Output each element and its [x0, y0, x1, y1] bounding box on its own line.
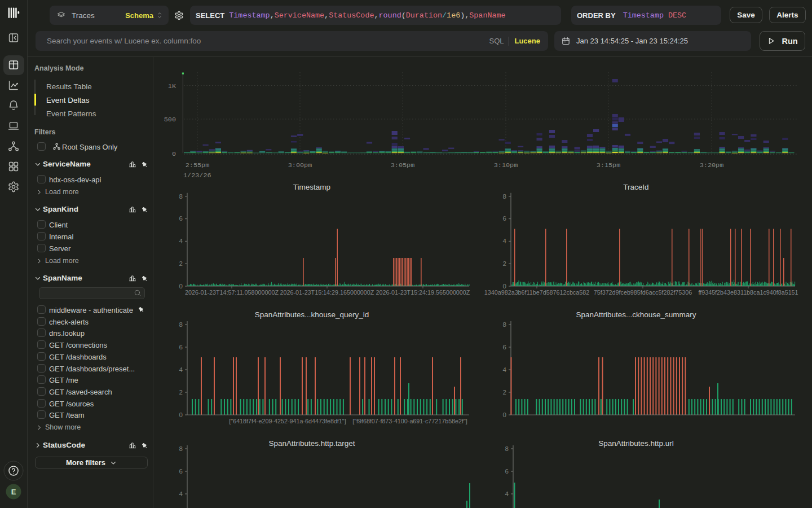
svg-text:0: 0 — [503, 283, 506, 290]
svg-text:2: 2 — [503, 260, 506, 267]
svg-text:6: 6 — [179, 344, 183, 351]
svg-text:1/23/26: 1/23/26 — [183, 172, 211, 179]
svg-text:75f372d9fceb985fd6acc5f282f753: 75f372d9fceb985fd6acc5f282f75306 — [594, 289, 692, 296]
svg-text:2:55pm: 2:55pm — [186, 161, 209, 169]
svg-text:4: 4 — [503, 238, 507, 244]
svg-text:6: 6 — [179, 215, 183, 222]
svg-text:3:00pm: 3:00pm — [288, 161, 312, 169]
svg-text:2026-01-23T15:14:29.165000000Z: 2026-01-23T15:14:29.165000000Z — [280, 289, 374, 296]
svg-text:4: 4 — [505, 491, 509, 497]
svg-text:2026-01-23T14:57:11.058000000Z: 2026-01-23T14:57:11.058000000Z — [185, 289, 279, 296]
svg-text:2026-01-23T15:24:19.565000000Z: 2026-01-23T15:24:19.565000000Z — [376, 289, 470, 296]
svg-text:6: 6 — [503, 344, 506, 351]
svg-text:1340a982a3b6f11be7d587612cbca5: 1340a982a3b6f11be7d587612cbca582 — [484, 289, 589, 296]
svg-text:0: 0 — [503, 411, 506, 418]
svg-text:8: 8 — [179, 321, 183, 328]
svg-text:2: 2 — [179, 260, 183, 267]
svg-text:2: 2 — [179, 389, 183, 396]
svg-text:0: 0 — [179, 411, 183, 418]
svg-text:SpanAttributes.http.url: SpanAttributes.http.url — [598, 439, 674, 448]
svg-text:ff9345f2b43e8311b8ca1c940f8a51: ff9345f2b43e8311b8ca1c940f8a5151 — [698, 289, 798, 296]
svg-text:4: 4 — [179, 238, 183, 244]
svg-text:8: 8 — [503, 321, 506, 328]
svg-text:8: 8 — [503, 193, 506, 200]
svg-text:4: 4 — [503, 366, 507, 373]
svg-text:500: 500 — [164, 116, 176, 124]
svg-text:TraceId: TraceId — [623, 183, 648, 191]
svg-text:Timestamp: Timestamp — [293, 183, 330, 191]
svg-text:SpanAttributes...khouse_query_: SpanAttributes...khouse_query_id — [255, 310, 369, 319]
svg-text:8: 8 — [179, 193, 183, 200]
svg-text:1K: 1K — [168, 82, 176, 90]
svg-text:6: 6 — [505, 468, 509, 475]
svg-text:8: 8 — [179, 445, 183, 452]
svg-text:6: 6 — [503, 215, 506, 222]
svg-text:["6418f7f4-e209-4252-941a-6d44: ["6418f7f4-e209-4252-941a-6d4473fe8df1"] — [229, 418, 346, 424]
svg-text:SpanAttributes...ckhouse_summa: SpanAttributes...ckhouse_summary — [576, 310, 696, 319]
svg-text:3:05pm: 3:05pm — [391, 161, 414, 169]
svg-text:4: 4 — [179, 491, 183, 497]
svg-text:3:15pm: 3:15pm — [597, 161, 620, 169]
svg-text:0: 0 — [172, 150, 176, 158]
svg-text:3:10pm: 3:10pm — [494, 161, 518, 169]
svg-text:8: 8 — [505, 445, 509, 452]
svg-text:SpanAttributes.http.target: SpanAttributes.http.target — [268, 439, 355, 448]
svg-text:2: 2 — [503, 389, 506, 396]
svg-text:3:20pm: 3:20pm — [700, 161, 723, 169]
svg-text:["f9f68f07-f873-4100-a691-c772: ["f9f68f07-f873-4100-a691-c77217b58e2f"] — [352, 418, 467, 424]
svg-text:0: 0 — [179, 283, 183, 290]
svg-text:4: 4 — [179, 366, 183, 373]
svg-text:6: 6 — [179, 468, 183, 475]
